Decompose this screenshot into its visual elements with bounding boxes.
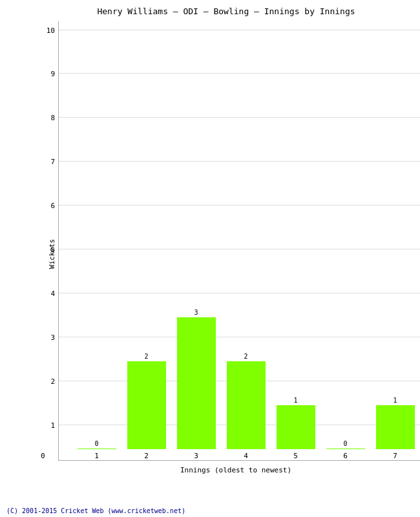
bar-4 [227, 361, 266, 449]
y-label-10: 10 [41, 26, 55, 34]
y-label-4: 4 [41, 289, 55, 297]
y-label-2: 2 [41, 377, 55, 385]
chart-container: Henry Williams – ODI – Bowling – Innings… [0, 0, 420, 517]
bar-group-7: 1 7 [370, 397, 420, 460]
x-axis-label: Innings (oldest to newest) [58, 466, 414, 474]
chart-title: Henry Williams – ODI – Bowling – Innings… [39, 6, 414, 16]
bar-group-3: 3 3 [171, 309, 221, 460]
bar-value-3: 3 [194, 309, 198, 316]
bar-2 [127, 361, 166, 449]
bar-3 [177, 317, 216, 449]
bar-label-6: 6 [343, 452, 348, 460]
chart-area: 7 8 9 10 6 5 4 3 2 [58, 21, 420, 461]
bars-area: 0 1 2 2 3 3 2 [59, 21, 420, 460]
bar-6 [326, 448, 365, 449]
y-axis-label: Wickets [48, 239, 56, 269]
bar-1 [78, 448, 116, 449]
bar-label-5: 5 [293, 452, 298, 460]
bar-group-2: 2 2 [121, 353, 171, 460]
bar-group-1: 0 1 [72, 440, 121, 460]
bar-value-5: 1 [293, 397, 297, 404]
bar-value-1: 0 [94, 440, 98, 447]
y-label-1: 1 [41, 421, 55, 429]
bar-value-2: 2 [144, 353, 148, 360]
bar-label-3: 3 [194, 452, 198, 460]
bar-5 [277, 405, 315, 449]
bar-label-2: 2 [144, 452, 149, 460]
bar-value-7: 1 [393, 397, 397, 404]
y-label-6: 6 [41, 202, 55, 210]
bar-label-7: 7 [393, 452, 397, 460]
copyright: (C) 2001-2015 Cricket Web (www.cricketwe… [6, 507, 185, 514]
bar-group-5: 1 5 [271, 397, 320, 460]
y-label-0: 0 [41, 452, 45, 460]
bar-value-6: 0 [343, 440, 347, 447]
y-label-8: 8 [41, 114, 55, 122]
bar-group-4: 2 4 [221, 353, 271, 460]
y-label-3: 3 [41, 333, 55, 341]
bar-7 [376, 405, 415, 449]
bar-group-6: 0 6 [320, 440, 370, 460]
bar-value-4: 2 [244, 353, 247, 360]
bar-label-1: 1 [94, 452, 99, 460]
bar-label-4: 4 [244, 452, 248, 460]
y-label-5: 5 [41, 246, 55, 254]
y-label-9: 9 [41, 70, 55, 78]
y-label-7: 7 [41, 158, 55, 166]
